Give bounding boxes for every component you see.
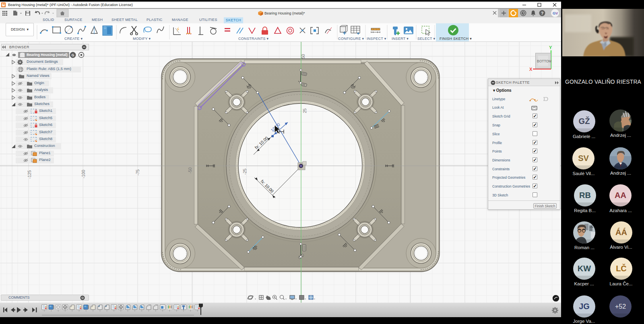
svg-text:RB: RB xyxy=(579,191,591,200)
svg-text:BOTTOM: BOTTOM xyxy=(537,59,551,63)
svg-text:SV: SV xyxy=(578,154,589,163)
svg-text:-50: -50 xyxy=(188,167,192,173)
svg-text:-75: -75 xyxy=(135,169,140,175)
svg-text:AA: AA xyxy=(615,191,626,200)
svg-text:X: X xyxy=(529,67,533,72)
svg-text:50: 50 xyxy=(301,54,305,59)
svg-text:?: ? xyxy=(541,11,544,16)
svg-text:-100: -100 xyxy=(81,170,86,178)
svg-text:ÁÁ: ÁÁ xyxy=(615,228,627,237)
svg-text:-25: -25 xyxy=(242,169,247,175)
svg-text:KW: KW xyxy=(578,264,591,273)
svg-text:Y: Y xyxy=(549,45,552,50)
svg-text:V: V xyxy=(555,11,558,15)
svg-text:GŽ: GŽ xyxy=(579,116,590,126)
svg-text:JG: JG xyxy=(579,302,590,311)
svg-text:G: G xyxy=(72,53,74,57)
svg-text:-125: -125 xyxy=(27,170,32,179)
svg-text:25: 25 xyxy=(302,108,307,113)
svg-text:LČ: LČ xyxy=(616,264,627,273)
svg-text:+52: +52 xyxy=(615,303,626,310)
